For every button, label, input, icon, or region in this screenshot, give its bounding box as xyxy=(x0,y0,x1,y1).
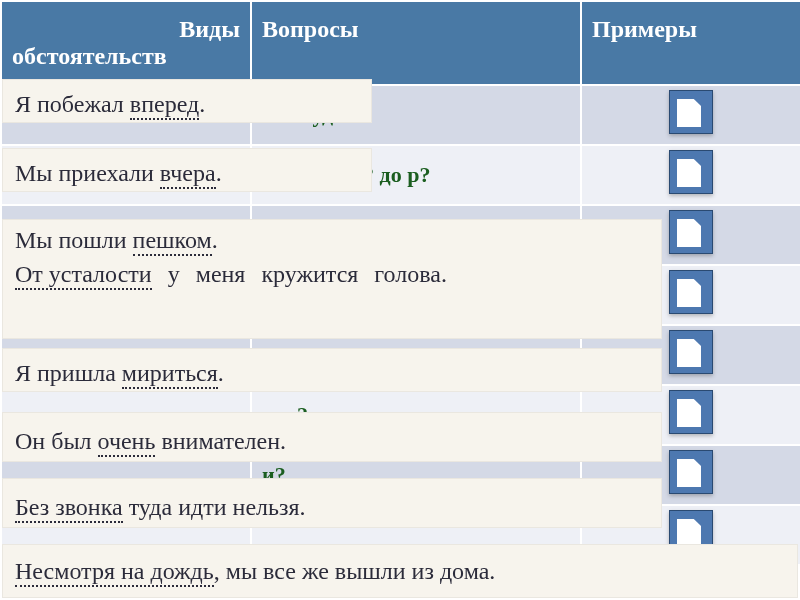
example-cell xyxy=(581,85,800,145)
text: туда идти нельзя. xyxy=(123,494,306,520)
header-types: Виды обстоятельств xyxy=(1,1,251,85)
header-types-word1: Виды xyxy=(12,16,240,43)
doc-icon[interactable] xyxy=(669,150,713,194)
example-overlay-2: Мы приехали вчера. xyxy=(2,148,372,192)
doc-icon[interactable] xyxy=(669,210,713,254)
doc-icon[interactable] xyxy=(669,330,713,374)
adverbial: мириться xyxy=(122,360,218,389)
text: . xyxy=(199,91,205,117)
doc-icon[interactable] xyxy=(669,390,713,434)
text: . xyxy=(212,227,218,253)
adverbial: пешком xyxy=(133,227,212,256)
example-cell xyxy=(581,145,800,205)
header-examples: Примеры xyxy=(581,1,800,85)
text: . xyxy=(218,360,224,386)
doc-icon[interactable] xyxy=(669,90,713,134)
text: у меня кружится голова. xyxy=(152,261,447,287)
text: , мы все же вышли из дома. xyxy=(214,558,496,584)
text: Я побежал xyxy=(15,91,130,117)
header-questions: Вопросы xyxy=(251,1,581,85)
header-types-word2: обстоятельств xyxy=(12,43,240,70)
adverbial: Несмотря на дождь xyxy=(15,558,214,587)
text: . xyxy=(216,160,222,186)
adverbial: вчера xyxy=(160,160,216,189)
text: Он был xyxy=(15,428,98,454)
adverbial: очень xyxy=(98,428,156,457)
example-overlay-6: Он был очень внимателен. xyxy=(2,412,662,462)
text: Мы приехали xyxy=(15,160,160,186)
text: Я пришла xyxy=(15,360,122,386)
adverbial: Без звонка xyxy=(15,494,123,523)
example-overlay-7: Без звонка туда идти нельзя. xyxy=(2,478,662,528)
example-overlay-8: Несмотря на дождь, мы все же вышли из до… xyxy=(2,544,798,598)
text: Мы пошли xyxy=(15,227,133,253)
adverbial: вперед xyxy=(130,91,199,120)
example-overlay-5: Я пришла мириться. xyxy=(2,348,662,392)
slide-container: Виды обстоятельств Вопросы Примеры ? отк… xyxy=(0,0,800,600)
text: внимателен. xyxy=(155,428,286,454)
adverbial: От усталости xyxy=(15,261,152,290)
example-overlay-1: Я побежал вперед. xyxy=(2,79,372,123)
example-overlay-3-4: Мы пошли пешком. От усталости у меня кру… xyxy=(2,219,662,339)
doc-icon[interactable] xyxy=(669,450,713,494)
doc-icon[interactable] xyxy=(669,270,713,314)
